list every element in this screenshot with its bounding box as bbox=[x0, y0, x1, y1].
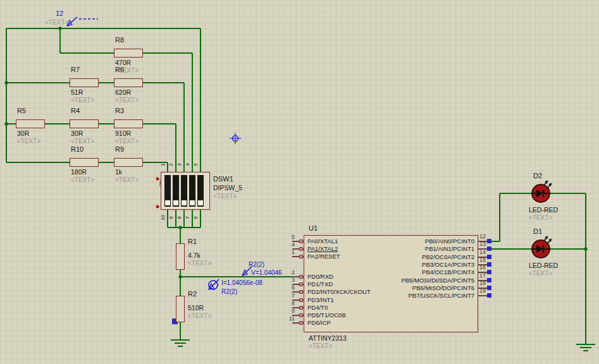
resistor-body-r6[interactable] bbox=[114, 78, 143, 87]
mcu-pin-terminal-15[interactable] bbox=[487, 262, 491, 267]
dip-pin-number-bottom: 8 bbox=[177, 213, 183, 222]
mcu-pin-number-6: 6 bbox=[285, 285, 295, 291]
mcu-pin-name-18: PB6/MISO/DO/PCINT6 bbox=[352, 285, 474, 291]
mcu-pin-number-3: 3 bbox=[285, 277, 295, 283]
dip-switch-knob-5[interactable] bbox=[198, 200, 203, 205]
mcu-pin-terminal-17[interactable] bbox=[487, 278, 491, 282]
mcu-pin-marker bbox=[299, 306, 303, 310]
mcu-pin-number-4: 4 bbox=[285, 242, 295, 248]
mcu-pin-name-12: PB0/AIN0/PCINT0 bbox=[352, 238, 474, 245]
dip-pin-number-top: 2 bbox=[169, 160, 175, 169]
resistor-body-r8[interactable] bbox=[114, 49, 143, 58]
dip-pin-number-top: 4 bbox=[185, 160, 191, 169]
mcu-pin-terminal-18[interactable] bbox=[487, 286, 491, 290]
mcu-part-label: ATTINY2313 bbox=[309, 335, 347, 343]
mcu-pin-marker bbox=[299, 321, 303, 325]
resistor-text-r2: <TEXT> bbox=[188, 312, 211, 319]
resistor-ref-r9: R9 bbox=[115, 145, 124, 153]
led-part-d2: LED-RED bbox=[529, 207, 558, 214]
resistor-value-r9: 1k bbox=[115, 169, 122, 176]
dip-pin-number-top: 5 bbox=[194, 160, 199, 169]
mcu-pin-number-1: 1 bbox=[285, 250, 295, 255]
mcu-pin-marker bbox=[299, 298, 303, 302]
resistor-body-r5[interactable] bbox=[16, 119, 45, 128]
resistor-ref-r7: R7 bbox=[71, 66, 80, 73]
voltage-probe-top-value: 12 bbox=[56, 9, 63, 17]
resistor-ref-r3: R3 bbox=[115, 107, 124, 114]
mcu-pin-name-5: PA0/XTAL1 bbox=[307, 238, 338, 245]
resistor-body-r7[interactable] bbox=[70, 78, 99, 87]
mcu-pin-number-2: 2 bbox=[285, 270, 295, 276]
mcu-pin-marker bbox=[299, 247, 303, 251]
resistor-value-r1: 4.7k bbox=[188, 252, 201, 260]
mcu-pin-terminal-16[interactable] bbox=[487, 270, 491, 274]
led-part-d1: LED-RED bbox=[529, 262, 558, 270]
led-text-d2: <TEXT> bbox=[529, 214, 552, 221]
led-ref-d1: D1 bbox=[533, 228, 542, 235]
resistor-text-r7: <TEXT> bbox=[71, 97, 94, 104]
dip-switch-knob-2[interactable] bbox=[173, 200, 178, 205]
resistor-body-r3[interactable] bbox=[114, 119, 143, 128]
schematic-canvas[interactable]: 12 <TEXT> DSW1 DIPSW_5 <TEXT> ON U1 ATTI… bbox=[0, 0, 599, 364]
resistor-text-r1: <TEXT> bbox=[188, 260, 211, 267]
dip-ref-label: DSW1 bbox=[213, 175, 233, 183]
wire-junction bbox=[178, 275, 182, 278]
resistor-body-r2[interactable] bbox=[176, 296, 185, 322]
mcu-pin-number-15: 15 bbox=[479, 257, 486, 263]
mcu-pin-terminal-19[interactable] bbox=[487, 293, 491, 298]
resistor-body-r9[interactable] bbox=[114, 158, 143, 167]
dip-pin-number-bottom: 7 bbox=[185, 213, 191, 222]
voltage-probe-net-label: R2(2) bbox=[249, 261, 264, 268]
mcu-pin-number-13: 13 bbox=[479, 241, 486, 247]
current-probe-net-label: R2(2) bbox=[221, 288, 237, 295]
mcu-pin-number-7: 7 bbox=[285, 293, 295, 299]
dip-indicator-dot bbox=[156, 205, 159, 209]
resistor-ref-r2: R2 bbox=[188, 290, 197, 298]
mcu-pin-number-5: 5 bbox=[285, 234, 295, 240]
mcu-pin-number-11: 11 bbox=[285, 316, 295, 322]
resistor-value-r2: 510R bbox=[188, 305, 204, 312]
dip-switch-knob-4[interactable] bbox=[190, 200, 195, 205]
mcu-pin-number-16: 16 bbox=[479, 265, 486, 270]
mcu-pin-marker bbox=[299, 290, 303, 294]
mcu-ref-label: U1 bbox=[309, 224, 318, 232]
wire-junction bbox=[4, 81, 8, 84]
mcu-pin-terminal-13[interactable] bbox=[487, 246, 491, 251]
mcu-pin-name-9: PD5/T1/OC0B bbox=[307, 312, 346, 318]
resistor-text-r10: <TEXT> bbox=[71, 176, 94, 183]
mcu-pin-name-17: PB5/MOSI/DI/SDA/PCINT5 bbox=[352, 277, 474, 284]
wire-junction bbox=[58, 27, 61, 30]
mcu-pin-marker bbox=[299, 240, 303, 243]
resistor-body-r10[interactable] bbox=[70, 158, 99, 167]
mcu-pin-name-16: PB4/OC1B/PCINT4 bbox=[352, 269, 474, 276]
mcu-text-label: <TEXT> bbox=[309, 343, 332, 349]
dip-part-label: DIPSW_5 bbox=[213, 185, 242, 192]
dip-switch-knob-3[interactable] bbox=[182, 200, 187, 205]
resistor-body-r1[interactable] bbox=[176, 243, 185, 270]
led-ref-d2: D2 bbox=[533, 172, 542, 179]
mcu-pin-terminal-12[interactable] bbox=[487, 239, 491, 243]
mcu-pin-name-2: PD0/RXD bbox=[307, 274, 333, 280]
dip-switch-knob-1[interactable] bbox=[165, 200, 170, 205]
wire-junction bbox=[584, 247, 587, 250]
mcu-pin-number-19: 19 bbox=[479, 288, 486, 294]
mcu-pin-name-11: PD6/ICP bbox=[307, 320, 331, 326]
mcu-pin-marker bbox=[299, 313, 303, 317]
mcu-pin-marker bbox=[299, 255, 303, 258]
mcu-pin-terminal-14[interactable] bbox=[487, 255, 491, 259]
mcu-pin-name-8: PD4/T0 bbox=[307, 305, 328, 311]
resistor-ref-r4: R4 bbox=[71, 107, 80, 114]
resistor-ref-r8: R8 bbox=[115, 36, 124, 44]
resistor-text-r9: <TEXT> bbox=[115, 176, 139, 183]
mcu-pin-name-19: PB7/USCK/SCL/PCINT7 bbox=[352, 293, 474, 299]
voltage-probe-top-text: <TEXT> bbox=[45, 19, 68, 26]
resistor-value-r6: 620R bbox=[115, 89, 131, 97]
resistor-body-r4[interactable] bbox=[70, 119, 99, 128]
mcu-pin-number-9: 9 bbox=[285, 308, 295, 314]
dip-text-label: <TEXT> bbox=[213, 193, 237, 200]
dip-pin-number-top: 3 bbox=[177, 160, 183, 169]
mcu-pin-number-12: 12 bbox=[479, 234, 486, 240]
current-probe-value-label: I=1.04056e-08 bbox=[221, 279, 262, 286]
mcu-pin-name-1: PA2/RESET bbox=[307, 253, 340, 260]
mcu-pin-name-15: PB3/OC1A/PCINT3 bbox=[352, 262, 474, 268]
